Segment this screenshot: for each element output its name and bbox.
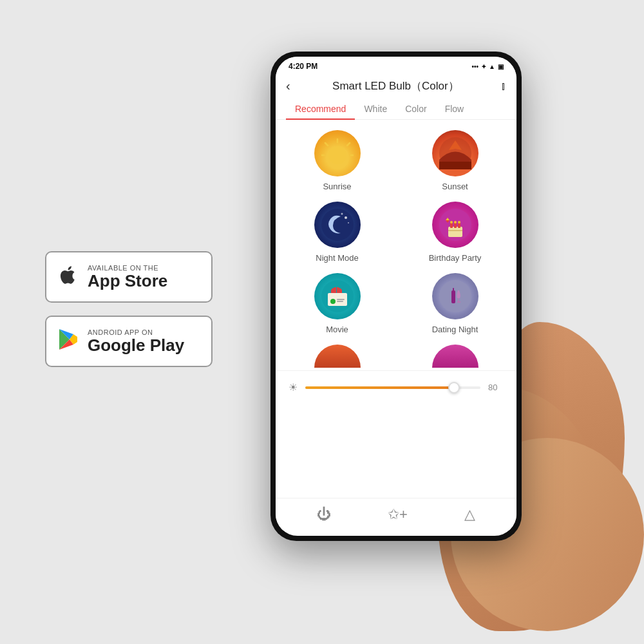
night-label: Night Mode [316, 253, 358, 263]
googleplay-small-text: ANDROID APP ON [88, 328, 184, 336]
tab-color[interactable]: Color [396, 99, 435, 119]
svg-rect-32 [453, 288, 454, 291]
svg-point-27 [330, 299, 336, 304]
googleplay-badge[interactable]: ANDROID APP ON Google Play [45, 316, 213, 367]
svg-line-8 [325, 143, 328, 146]
svg-point-4 [328, 146, 346, 164]
brightness-slider-section: ☀ 80 [276, 370, 516, 404]
sunset-icon-circle [432, 130, 478, 176]
birthday-item[interactable]: Birthday Party [404, 202, 506, 263]
home-nav-icon[interactable]: △ [464, 506, 475, 523]
svg-rect-29 [337, 301, 343, 302]
googleplay-text: ANDROID APP ON Google Play [88, 328, 184, 355]
slider-fill [305, 386, 454, 389]
apple-icon [57, 263, 80, 290]
svg-rect-11 [439, 162, 471, 169]
status-time: 4:20 PM [289, 62, 317, 71]
settings-button[interactable]: ⫿ [501, 80, 506, 92]
bottom-nav: ⏻ ✩+ △ [276, 498, 516, 531]
night-item[interactable]: Night Mode [286, 202, 388, 263]
svg-rect-33 [458, 298, 459, 302]
sunrise-label: Sunrise [323, 182, 351, 191]
phone-frame: 4:20 PM ••• ✦ ▲ ▣ ‹ Smart LED Bulb（Color… [270, 52, 522, 541]
dating-item[interactable]: Dating Night [404, 273, 506, 334]
tab-white[interactable]: White [355, 99, 396, 119]
status-bar: 4:20 PM ••• ✦ ▲ ▣ [276, 57, 516, 73]
svg-rect-21 [458, 223, 460, 228]
app-header: ‹ Smart LED Bulb（Color） ⫿ [276, 73, 516, 99]
appstore-small-text: Available on the [88, 264, 167, 272]
tab-recommend[interactable]: Recommend [286, 99, 355, 119]
brightness-value: 80 [488, 383, 504, 392]
birthday-label: Birthday Party [429, 253, 482, 263]
movie-label: Movie [326, 325, 348, 334]
partial-circle-2 [432, 345, 478, 368]
brightness-slider[interactable] [305, 386, 480, 389]
tabs-bar: Recommend White Color Flow [276, 99, 516, 120]
appstore-text: Available on the App Store [88, 264, 167, 290]
status-icons: ••• ✦ ▲ ▣ [472, 63, 504, 70]
svg-rect-31 [451, 290, 455, 303]
svg-rect-20 [454, 223, 457, 228]
svg-rect-12 [321, 209, 354, 241]
svg-rect-28 [337, 299, 345, 300]
partial-circle-1 [314, 345, 361, 368]
googleplay-large-text: Google Play [88, 336, 184, 355]
phone-screen: 4:20 PM ••• ✦ ▲ ▣ ‹ Smart LED Bulb（Color… [276, 57, 516, 536]
dating-icon-circle [432, 273, 478, 319]
svg-point-24 [458, 221, 460, 223]
sunrise-icon-circle [314, 130, 361, 176]
svg-point-13 [345, 216, 347, 219]
svg-point-22 [450, 221, 453, 223]
movie-item[interactable]: Movie [286, 273, 388, 334]
svg-rect-17 [448, 227, 462, 237]
favorites-nav-icon[interactable]: ✩+ [388, 506, 408, 523]
back-button[interactable]: ‹ [286, 79, 290, 93]
tab-flow[interactable]: Flow [436, 99, 473, 119]
svg-point-23 [454, 221, 457, 223]
svg-point-15 [348, 222, 349, 223]
movie-icon-circle [314, 273, 361, 319]
night-icon-circle [314, 202, 361, 248]
power-nav-icon[interactable]: ⏻ [317, 506, 331, 523]
appstore-badge[interactable]: Available on the App Store [45, 251, 213, 303]
partial-items-row [276, 345, 516, 368]
appstore-large-text: App Store [88, 272, 167, 290]
sunset-item[interactable]: Sunset [404, 130, 506, 191]
svg-rect-19 [450, 223, 453, 228]
sunrise-item[interactable]: Sunrise [286, 130, 388, 191]
birthday-icon-circle [432, 202, 478, 248]
dating-label: Dating Night [432, 325, 478, 334]
slider-thumb[interactable] [448, 382, 460, 393]
svg-point-14 [341, 213, 343, 215]
svg-line-6 [347, 143, 350, 146]
sunset-label: Sunset [442, 182, 468, 191]
scenes-grid: Sunrise Sunset [276, 120, 516, 345]
brightness-icon: ☀ [289, 381, 298, 393]
page-title: Smart LED Bulb（Color） [332, 79, 459, 93]
googleplay-icon [57, 328, 80, 355]
